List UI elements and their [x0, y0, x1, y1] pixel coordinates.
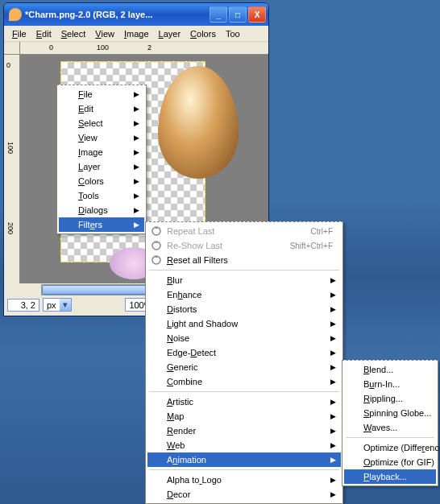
filters-item-edge-detect[interactable]: Edge-Detect▶: [147, 345, 341, 360]
filters-item-repeat-last: Repeat LastCtrl+F: [147, 224, 341, 238]
shortcut-label: Ctrl+F: [311, 227, 334, 236]
filters-item-reset-all-filters[interactable]: Reset all Filters: [147, 253, 341, 267]
filters-item-re-show-last: Re-Show LastShift+Ctrl+F: [147, 238, 341, 253]
ctx-item-select[interactable]: Select▶: [59, 116, 144, 130]
ctx-item-dialogs[interactable]: Dialogs▶: [59, 203, 144, 217]
submenu-arrow-icon: ▶: [330, 291, 336, 299]
separator: [149, 469, 339, 470]
anim-item-rippling[interactable]: Rippling...: [344, 391, 436, 406]
submenu-arrow-icon: ▶: [330, 276, 336, 284]
submenu-arrow-icon: ▶: [330, 441, 336, 449]
filters-item-decor[interactable]: Decor▶: [147, 487, 341, 502]
context-menu-main: File▶Edit▶Select▶View▶Image▶Layer▶Colors…: [56, 85, 147, 234]
menu-edit[interactable]: Edit: [31, 27, 56, 40]
submenu-arrow-icon: ▶: [330, 349, 336, 357]
submenu-arrow-icon: ▶: [330, 305, 336, 313]
separator: [346, 437, 434, 438]
ctx-item-file[interactable]: File▶: [59, 87, 144, 101]
submenu-arrow-icon: ▶: [134, 148, 139, 156]
anim-item-burn-in[interactable]: Burn-In...: [344, 377, 436, 391]
submenu-arrow-icon: ▶: [330, 476, 336, 484]
app-icon: [9, 8, 22, 21]
submenu-arrow-icon: ▶: [134, 177, 139, 185]
submenu-arrow-icon: ▶: [330, 456, 336, 464]
submenu-arrow-icon: ▶: [330, 412, 336, 420]
filters-item-noise[interactable]: Noise▶: [147, 331, 341, 345]
separator: [149, 270, 339, 271]
titlebar[interactable]: *Charm.png-2.0 (RGB, 2 laye... _ □ X: [4, 3, 268, 26]
anim-item-optimize-for-gif[interactable]: Optimize (for GIF): [344, 455, 436, 469]
ruler-vertical: 0 100 200: [4, 55, 20, 283]
submenu-arrow-icon: ▶: [330, 334, 336, 342]
submenu-arrow-icon: ▶: [330, 378, 336, 386]
submenu-arrow-icon: ▶: [330, 490, 336, 498]
maximize-button[interactable]: □: [229, 6, 247, 23]
anim-item-spinning-globe[interactable]: Spinning Globe...: [344, 406, 436, 420]
filters-item-light-and-shadow[interactable]: Light and Shadow▶: [147, 316, 341, 331]
submenu-arrow-icon: ▶: [134, 206, 139, 214]
filters-item-render[interactable]: Render▶: [147, 423, 341, 438]
menu-image[interactable]: Image: [119, 27, 154, 40]
filters-item-animation[interactable]: Animation▶: [147, 452, 341, 467]
ctx-item-layer[interactable]: Layer▶: [59, 159, 144, 174]
reset-icon: [151, 254, 162, 266]
filters-item-web[interactable]: Web▶: [147, 438, 341, 452]
anim-item-playback[interactable]: Playback...: [344, 469, 436, 484]
submenu-arrow-icon: ▶: [134, 134, 139, 142]
filters-item-blur[interactable]: Blur▶: [147, 273, 341, 287]
submenu-arrow-icon: ▶: [330, 363, 336, 371]
filters-item-enhance[interactable]: Enhance▶: [147, 287, 341, 302]
ctx-item-edit[interactable]: Edit▶: [59, 101, 144, 116]
menu-select[interactable]: Select: [56, 27, 91, 40]
ctx-item-colors[interactable]: Colors▶: [59, 174, 144, 188]
shortcut-label: Shift+Ctrl+F: [290, 242, 333, 250]
submenu-arrow-icon: ▶: [134, 221, 139, 229]
filters-item-generic[interactable]: Generic▶: [147, 360, 341, 374]
submenu-arrow-icon: ▶: [330, 398, 336, 406]
close-button[interactable]: X: [248, 6, 266, 23]
separator: [149, 391, 339, 392]
ctx-item-filters[interactable]: Filters▶: [59, 217, 144, 232]
minimize-button[interactable]: _: [210, 6, 227, 23]
unit-combo[interactable]: px▾: [43, 298, 72, 312]
repeat-icon: [151, 225, 162, 237]
submenu-arrow-icon: ▶: [134, 119, 139, 127]
filters-item-artistic[interactable]: Artistic▶: [147, 395, 341, 409]
ctx-item-tools[interactable]: Tools▶: [59, 188, 144, 203]
anim-item-blend[interactable]: Blend...: [344, 362, 436, 377]
anim-item-optimize-difference[interactable]: Optimize (Difference): [344, 440, 436, 455]
menu-file[interactable]: File: [7, 27, 31, 40]
menu-tools-truncated[interactable]: Too: [221, 27, 245, 40]
filters-submenu: Repeat LastCtrl+FRe-Show LastShift+Ctrl+…: [145, 221, 343, 504]
filters-item-alpha-to-logo[interactable]: Alpha to Logo▶: [147, 473, 341, 487]
ruler-horizontal: 0 100 2: [4, 42, 268, 55]
ctx-item-image[interactable]: Image▶: [59, 145, 144, 159]
animation-submenu: Blend...Burn-In...Rippling...Spinning Gl…: [342, 360, 438, 486]
menu-layer[interactable]: Layer: [154, 27, 186, 40]
filters-item-map[interactable]: Map▶: [147, 409, 341, 423]
submenu-arrow-icon: ▶: [134, 105, 139, 113]
submenu-arrow-icon: ▶: [134, 163, 139, 171]
anim-item-waves[interactable]: Waves...: [344, 420, 436, 435]
submenu-arrow-icon: ▶: [330, 320, 336, 328]
filters-item-distorts[interactable]: Distorts▶: [147, 302, 341, 316]
menu-view[interactable]: View: [90, 27, 119, 40]
chevron-down-icon: ▾: [60, 299, 71, 311]
submenu-arrow-icon: ▶: [330, 427, 336, 435]
reshow-icon: [151, 240, 162, 251]
submenu-arrow-icon: ▶: [134, 90, 139, 98]
ctx-item-view[interactable]: View▶: [59, 130, 144, 145]
window-title: *Charm.png-2.0 (RGB, 2 laye...: [25, 10, 210, 19]
menubar: File Edit Select View Image Layer Colors…: [4, 26, 268, 42]
coord-readout: 3, 2: [7, 299, 39, 312]
filters-item-combine[interactable]: Combine▶: [147, 374, 341, 389]
submenu-arrow-icon: ▶: [134, 192, 139, 200]
menu-colors[interactable]: Colors: [185, 27, 221, 40]
